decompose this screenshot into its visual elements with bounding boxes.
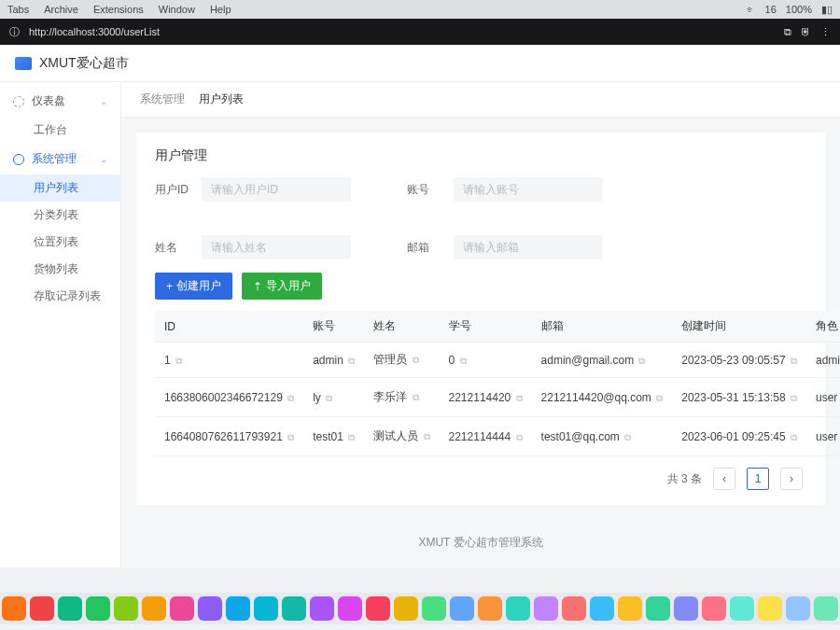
page-prev[interactable]: ‹ bbox=[713, 468, 735, 490]
copy-icon[interactable]: ⧉ bbox=[516, 432, 523, 442]
copy-icon[interactable]: ⧉ bbox=[413, 355, 419, 365]
import-user-button[interactable]: ⇡导入用户 bbox=[242, 273, 322, 300]
cell-role: admin ⧉ bbox=[806, 343, 840, 378]
copy-icon[interactable]: ⧉ bbox=[791, 432, 797, 442]
cell-role: user ⧉ bbox=[806, 417, 840, 456]
copy-icon[interactable]: ⧉ bbox=[624, 432, 631, 442]
cell-sid: 0 ⧉ bbox=[440, 343, 532, 378]
sidebar-item-location[interactable]: 位置列表 bbox=[0, 229, 120, 256]
input-name[interactable] bbox=[202, 235, 351, 259]
input-userid[interactable] bbox=[202, 177, 351, 202]
cell-time: 2023-06-01 09:25:45 ⧉ bbox=[672, 417, 806, 456]
cell-id: 1664080762611793921 ⧉ bbox=[155, 417, 303, 456]
col-3: 学号 bbox=[440, 311, 532, 343]
table-row: 1 ⧉admin ⧉管理员 ⧉0 ⧉admin@gmail.com ⧉2023-… bbox=[155, 343, 840, 378]
col-1: 账号 bbox=[303, 311, 364, 343]
cell-email: admin@gmail.com ⧉ bbox=[532, 343, 673, 378]
table-row: 1664080762611793921 ⧉test01 ⧉测试人员 ⧉22121… bbox=[155, 417, 840, 456]
pagination: 共 3 条 ‹ 1 › bbox=[155, 456, 806, 490]
notif-badge[interactable]: 16 bbox=[765, 4, 777, 15]
cell-name: 李乐洋 ⧉ bbox=[364, 378, 439, 417]
page-total: 共 3 条 bbox=[667, 471, 702, 487]
cell-id: 1 ⧉ bbox=[155, 343, 303, 378]
sidebar-item-workbench[interactable]: 工作台 bbox=[0, 117, 120, 144]
copy-icon[interactable]: ⧉ bbox=[516, 393, 523, 403]
cell-email: 2212114420@qq.com ⧉ bbox=[532, 378, 673, 417]
crumb-parent[interactable]: 系统管理 bbox=[140, 92, 185, 105]
input-email[interactable] bbox=[454, 235, 603, 259]
copy-icon[interactable]: ⧉ bbox=[460, 356, 467, 366]
col-4: 邮箱 bbox=[532, 311, 673, 343]
menu-tabs[interactable]: Tabs bbox=[7, 4, 29, 15]
copy-icon[interactable]: ⧉ bbox=[348, 356, 355, 366]
upload-icon: ⇡ bbox=[253, 280, 262, 293]
sidebar: 仪表盘 ⌄ 工作台 系统管理 ⌄ 用户列表 分类列表 位置列表 货物列表 存取记… bbox=[0, 82, 121, 567]
cell-id: 1663806002346672129 ⧉ bbox=[155, 378, 303, 417]
app-header: XMUT爱心超市 bbox=[0, 45, 840, 82]
col-6: 角色 bbox=[806, 311, 840, 343]
label-userid: 用户ID bbox=[155, 182, 189, 198]
sidebar-item-dashboard[interactable]: 仪表盘 ⌄ bbox=[0, 86, 120, 117]
app-title: XMUT爱心超市 bbox=[39, 55, 129, 72]
os-menubar: Tabs Archive Extensions Window Help ᯤ 16… bbox=[0, 0, 840, 19]
page-next[interactable]: › bbox=[780, 468, 803, 490]
sidebar-item-goods[interactable]: 货物列表 bbox=[0, 256, 120, 283]
cell-time: 2023-05-31 15:13:58 ⧉ bbox=[672, 378, 806, 417]
footer-text: XMUT 爱心超市管理系统 bbox=[121, 520, 840, 566]
cell-name: 测试人员 ⧉ bbox=[364, 417, 439, 456]
label-email: 邮箱 bbox=[407, 240, 441, 256]
menu-help[interactable]: Help bbox=[210, 4, 231, 15]
cell-time: 2023-05-23 09:05:57 ⧉ bbox=[672, 343, 806, 378]
user-table: ID账号姓名学号邮箱创建时间角色操作 1 ⧉admin ⧉管理员 ⧉0 ⧉adm… bbox=[155, 311, 840, 456]
chevron-down-icon: ⌄ bbox=[100, 96, 107, 106]
copy-icon[interactable]: ⧉ bbox=[326, 393, 332, 403]
cell-account: test01 ⧉ bbox=[303, 417, 364, 456]
shield-icon[interactable]: ⛨ bbox=[801, 26, 811, 38]
copy-icon[interactable]: ⧉ bbox=[175, 356, 182, 366]
cell-account: ly ⧉ bbox=[303, 378, 364, 417]
create-user-button[interactable]: +创建用户 bbox=[155, 273, 232, 300]
browser-urlbar: ⓘ http://localhost:3000/userList ⧉ ⛨ ⋮ bbox=[0, 19, 840, 45]
dashboard-icon bbox=[13, 96, 24, 107]
table-row: 1663806002346672129 ⧉ly ⧉李乐洋 ⧉2212114420… bbox=[155, 378, 840, 417]
filter-panel: 用户管理 用户ID 账号 姓名 邮箱 bbox=[136, 133, 825, 505]
copy-icon[interactable]: ⧉ bbox=[638, 356, 645, 366]
page-1[interactable]: 1 bbox=[747, 468, 769, 490]
input-account[interactable] bbox=[454, 177, 603, 202]
copy-icon[interactable]: ⧉ bbox=[656, 393, 663, 403]
battery-status: 100% bbox=[786, 4, 812, 15]
cell-email: test01@qq.com ⧉ bbox=[532, 417, 673, 456]
url-text[interactable]: http://localhost:3000/userList bbox=[29, 26, 160, 37]
gear-icon bbox=[13, 154, 24, 165]
menu-window[interactable]: Window bbox=[159, 4, 195, 15]
label-account: 账号 bbox=[407, 182, 441, 198]
wifi-icon[interactable]: ᯤ bbox=[746, 4, 756, 15]
cell-role: user ⧉ bbox=[806, 378, 840, 417]
copy-icon[interactable]: ⧉ bbox=[791, 356, 797, 366]
logo-icon bbox=[15, 57, 32, 70]
copy-icon[interactable]: ⧉ bbox=[287, 432, 294, 442]
menu-extensions[interactable]: Extensions bbox=[93, 4, 144, 15]
sidebar-item-records[interactable]: 存取记录列表 bbox=[0, 283, 120, 310]
menu-icon[interactable]: ⋮ bbox=[820, 26, 831, 38]
copy-icon[interactable]: ⧉ bbox=[424, 431, 430, 441]
copy-icon[interactable]: ⧉ bbox=[791, 393, 797, 403]
col-0: ID bbox=[155, 311, 303, 343]
plus-icon: + bbox=[166, 280, 173, 293]
chevron-down-icon: ⌄ bbox=[100, 154, 107, 164]
menu-archive[interactable]: Archive bbox=[44, 4, 78, 15]
copy-icon[interactable]: ⧉ bbox=[413, 392, 419, 402]
crumb-current: 用户列表 bbox=[199, 92, 244, 105]
sidebar-item-category[interactable]: 分类列表 bbox=[0, 202, 120, 229]
sidebar-item-userlist[interactable]: 用户列表 bbox=[0, 175, 120, 202]
link-icon[interactable]: ⧉ bbox=[784, 26, 791, 38]
col-5: 创建时间 bbox=[672, 311, 806, 343]
info-icon[interactable]: ⓘ bbox=[9, 25, 20, 39]
copy-icon[interactable]: ⧉ bbox=[287, 393, 294, 403]
cell-sid: 2212114420 ⧉ bbox=[440, 378, 532, 417]
panel-title: 用户管理 bbox=[155, 147, 806, 164]
main-content: 系统管理 用户列表 用户管理 用户ID 账号 姓名 邮箱 bbox=[121, 82, 840, 567]
copy-icon[interactable]: ⧉ bbox=[348, 432, 355, 442]
sidebar-item-sysmgmt[interactable]: 系统管理 ⌄ bbox=[0, 144, 120, 175]
cell-name: 管理员 ⧉ bbox=[364, 343, 439, 378]
